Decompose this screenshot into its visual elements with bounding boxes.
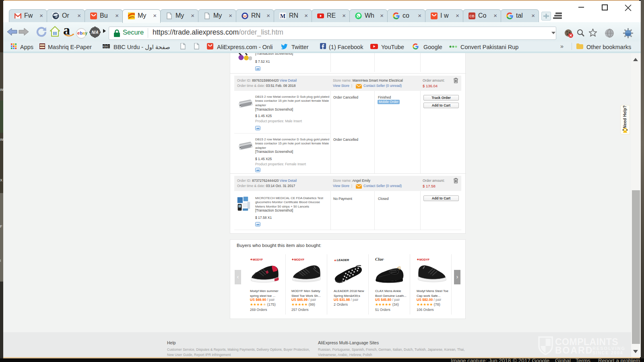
svg-text:N/A: N/A xyxy=(91,30,98,35)
svg-text:CB: CB xyxy=(469,14,474,18)
svg-text:B: B xyxy=(103,45,105,48)
svg-text:OC: OC xyxy=(243,14,248,18)
svg-text:B: B xyxy=(105,45,107,48)
svg-text:M: M xyxy=(280,13,285,19)
svg-text:C: C xyxy=(108,45,110,48)
